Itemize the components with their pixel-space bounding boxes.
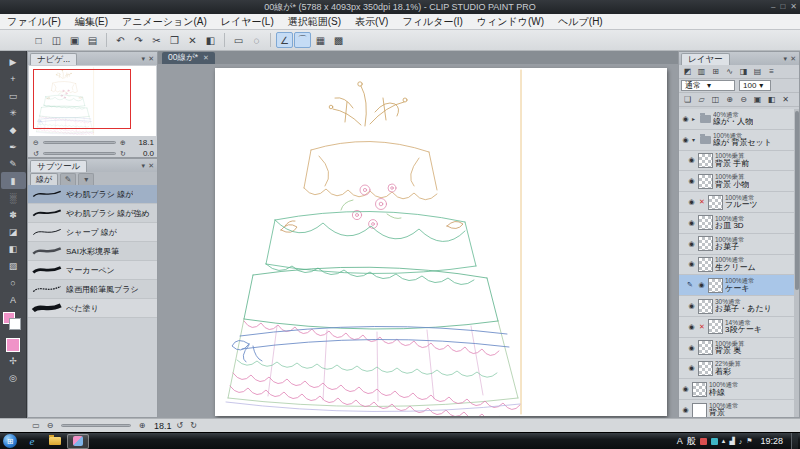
- gradient-tool-icon[interactable]: ▨: [1, 257, 26, 274]
- nav-zoom-slider[interactable]: [43, 141, 116, 144]
- canvas-page[interactable]: [215, 68, 667, 416]
- save-icon[interactable]: ▣: [66, 32, 83, 48]
- layer-color-icon[interactable]: ◩: [681, 66, 694, 78]
- subtool-panel-tab[interactable]: サブツール: [30, 160, 87, 172]
- open-file-icon[interactable]: ◫: [48, 32, 65, 48]
- subtool-menu-icon[interactable]: ▾: [142, 162, 146, 170]
- eraser-tool-icon[interactable]: ◪: [1, 223, 26, 240]
- fill-tool-icon[interactable]: ◧: [1, 240, 26, 257]
- deselect-icon[interactable]: ◌: [248, 32, 265, 48]
- layer-row[interactable]: ◉ 100%通常 背景: [679, 400, 794, 417]
- eye-icon[interactable]: ◉: [681, 136, 690, 144]
- eye-icon[interactable]: ◉: [687, 177, 696, 185]
- text-tool-icon[interactable]: A: [1, 291, 26, 308]
- layer-row[interactable]: ◉ ✕ 100%通常 フルーツ: [679, 192, 794, 213]
- layer-row[interactable]: ◉ 100%通常 生クリーム: [679, 255, 794, 276]
- redo-icon[interactable]: ↷: [130, 32, 147, 48]
- layer-list-scrollbar[interactable]: [794, 109, 799, 417]
- subtool-item[interactable]: べた塗り: [28, 299, 157, 318]
- layer-thumbnail[interactable]: [698, 236, 713, 251]
- layer-panel-tab[interactable]: レイヤー: [681, 53, 730, 65]
- layer-thumbnail[interactable]: [708, 195, 723, 210]
- pen-tool-icon[interactable]: ✒: [1, 138, 26, 155]
- layer-row[interactable]: ◉ ▸ 40%通常 線が・人物: [679, 109, 794, 130]
- eye-icon[interactable]: ◉: [687, 344, 696, 352]
- opacity-control[interactable]: 100 ▾: [739, 80, 771, 91]
- subtool-item[interactable]: SAI水彩境界筆: [28, 242, 157, 261]
- eye-icon[interactable]: ◉: [687, 260, 696, 268]
- taskbar-explorer-button[interactable]: [44, 434, 66, 449]
- delete-layer-icon[interactable]: ✕: [779, 94, 792, 106]
- nav-rotate-cw-icon[interactable]: ↻: [118, 150, 128, 158]
- subtool-group-tab-senga[interactable]: 線が: [30, 173, 58, 185]
- navigator-tab[interactable]: ナビゲ...: [30, 53, 77, 65]
- navigator-menu-icon[interactable]: ▾: [142, 55, 146, 63]
- eye-icon[interactable]: ◉: [681, 385, 690, 393]
- tray-expand-icon[interactable]: ▴: [722, 437, 726, 445]
- decoration-tool-icon[interactable]: ✽: [1, 206, 26, 223]
- taskbar-ie-button[interactable]: e: [21, 434, 43, 449]
- layer-tone-icon[interactable]: ▥: [695, 66, 708, 78]
- eye-icon[interactable]: ◉: [687, 156, 696, 164]
- tray-app-icon-teal[interactable]: [711, 438, 718, 445]
- layer-mask-view-icon[interactable]: ◨: [737, 66, 750, 78]
- folder-collapsed-icon[interactable]: ▸: [692, 115, 698, 122]
- layer-thumbnail[interactable]: [698, 340, 713, 355]
- subtool-item[interactable]: やわ肌ブラシ 線が: [28, 185, 157, 204]
- volume-icon[interactable]: ♪: [739, 438, 743, 445]
- layer-grid-icon[interactable]: ⊞: [709, 66, 722, 78]
- undo-icon[interactable]: ↶: [112, 32, 129, 48]
- apply-mask-icon[interactable]: ◧: [765, 94, 778, 106]
- taskbar-clock[interactable]: 19:28: [760, 436, 783, 446]
- layer-thumbnail[interactable]: [698, 361, 713, 376]
- background-color-swatch[interactable]: [9, 318, 21, 330]
- nav-rotate-slider[interactable]: [43, 152, 116, 155]
- cut-icon[interactable]: ✂: [148, 32, 165, 48]
- layer-thumbnail[interactable]: [698, 299, 713, 314]
- navigator-view-rect[interactable]: [33, 69, 131, 129]
- layer-mask-icon[interactable]: ▣: [751, 94, 764, 106]
- current-color-chip[interactable]: [6, 338, 20, 352]
- layer-thumbnail[interactable]: [698, 174, 713, 189]
- scrollbar-thumb[interactable]: [795, 111, 799, 290]
- eyedropper-tool-icon[interactable]: ◆: [1, 121, 26, 138]
- layer-row[interactable]: ◉ 100%通常 お皿 3D: [679, 213, 794, 234]
- status-zoom-in-icon[interactable]: ⊕: [136, 421, 148, 430]
- document-tab-close-icon[interactable]: ✕: [203, 54, 209, 62]
- layer-thumbnail[interactable]: [708, 319, 723, 334]
- layer-row[interactable]: ◉ 30%通常 お菓子・あたり: [679, 296, 794, 317]
- marquee-tool-icon[interactable]: ▭: [1, 87, 26, 104]
- select-rect-icon[interactable]: ▭: [230, 32, 247, 48]
- title-bar[interactable]: 00線が* (5788 x 4093px 350dpi 18.1%) - CLI…: [0, 0, 800, 14]
- layer-list-icon[interactable]: ▤: [751, 66, 764, 78]
- figure-tool-icon[interactable]: ○: [1, 274, 26, 291]
- menu-layer[interactable]: レイヤー(L): [214, 14, 281, 29]
- close-icon[interactable]: ✕: [790, 1, 797, 13]
- eye-icon[interactable]: ◉: [687, 240, 696, 248]
- subtool-item[interactable]: マーカーペン: [28, 261, 157, 280]
- menu-animation[interactable]: アニメーション(A): [115, 14, 214, 29]
- layer-thumbnail[interactable]: [698, 257, 713, 272]
- eye-icon[interactable]: ◉: [687, 364, 696, 372]
- snap-special-icon[interactable]: ⌒: [294, 32, 311, 48]
- network-icon[interactable]: ▟: [729, 437, 734, 445]
- status-fit-icon[interactable]: ▭: [30, 421, 42, 430]
- status-rotate-cw-icon[interactable]: ↻: [188, 421, 200, 430]
- layer-panel-menu-icon[interactable]: ▾: [784, 55, 788, 63]
- merge-down-icon[interactable]: ⊕: [723, 94, 736, 106]
- material-icon[interactable]: ▩: [330, 32, 347, 48]
- pencil-tool-icon[interactable]: ✎: [1, 155, 26, 172]
- menu-view[interactable]: 表示(V): [348, 14, 395, 29]
- fill-icon[interactable]: ◧: [202, 32, 219, 48]
- export-icon[interactable]: ▤: [84, 32, 101, 48]
- brush-tool-icon[interactable]: ▮: [1, 172, 26, 189]
- ime-conversion-mode[interactable]: 般: [687, 435, 696, 448]
- eye-icon[interactable]: ◉: [687, 323, 696, 331]
- layer-thumbnail[interactable]: [698, 215, 713, 230]
- menu-window[interactable]: ウィンドウ(W): [470, 14, 551, 29]
- layer-row[interactable]: ◉ ✕ 14%通常 3段ケーキ: [679, 317, 794, 338]
- eye-icon[interactable]: ◉: [687, 198, 696, 206]
- layer-row[interactable]: ◉ 100%乗算 背景 小物: [679, 171, 794, 192]
- airbrush-tool-icon[interactable]: ░: [1, 189, 26, 206]
- menu-selection[interactable]: 選択範囲(S): [281, 14, 348, 29]
